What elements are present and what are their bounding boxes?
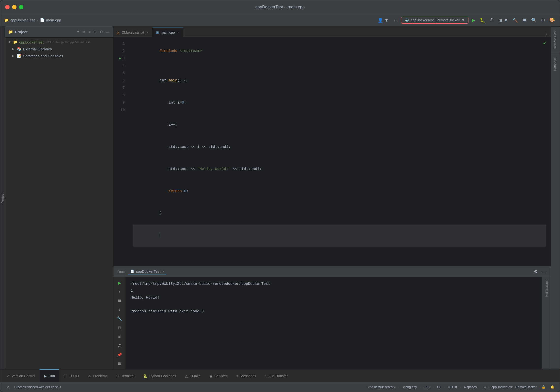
editor-area: △ CMakeLists.txt × ⊞ main.cpp × ⋮ 1 [113, 26, 551, 369]
remote-host-tab[interactable]: Remote Host [551, 26, 560, 53]
run-button[interactable]: ▶ [471, 16, 476, 24]
window-title: cppDockerTest – main.cpp [255, 5, 305, 10]
tab-file-transfer[interactable]: ↕ File Transfer [261, 369, 292, 382]
back-button[interactable]: ← [392, 16, 399, 24]
sidebar-expand-button[interactable]: ⊞ [93, 29, 97, 35]
run-grid-button[interactable]: ⊞ [115, 333, 124, 341]
settings-button[interactable]: ⚙ [540, 16, 546, 24]
close-tab-cmake[interactable]: × [146, 30, 149, 35]
breadcrumb-bar: 📁 cppDockerTest › 📄 main.cpp 👤 ▼ ← 🐳 cpp… [0, 14, 560, 26]
breadcrumb-project[interactable]: 📁 cppDockerTest [4, 18, 35, 22]
tab-terminal[interactable]: ⊟ Terminal [112, 369, 139, 382]
status-clang[interactable]: .clang-tidy [400, 382, 419, 392]
tab-label-cmake: CMakeLists.txt [122, 30, 144, 34]
console-line-hello: Hello, World! [131, 294, 537, 301]
folder-icon: 📁 [4, 18, 9, 22]
search-button[interactable]: 🔍 [530, 16, 538, 24]
run-play-button[interactable]: ▶ [115, 279, 124, 287]
run-print-button[interactable]: 🖨 [115, 342, 124, 349]
profile-button[interactable]: ◑ ▼ [498, 16, 509, 24]
code-line-7: std::cout << "Hello, World!" << std::end… [133, 158, 546, 180]
tree-item-scratches[interactable]: ▶ 📝 Scratches and Consoles [5, 52, 113, 59]
status-sep-1: · [398, 385, 399, 389]
tab-services[interactable]: ◉ Services [205, 369, 232, 382]
run-pin-button[interactable]: 📌 [115, 351, 124, 359]
cmake-helper-button[interactable]: 🎨 [548, 16, 556, 24]
tab-python-packages[interactable]: 🐍 Python Packages [139, 369, 181, 382]
console-line-1: 1 [131, 287, 537, 294]
project-sidebar: 📁 Project ▼ ⊕ ≡ ⊞ ⚙ — ▼ 📁 cppDockerTest [5, 26, 113, 369]
code-line-9: } [133, 202, 546, 225]
sidebar-settings-button[interactable]: ⚙ [99, 29, 104, 35]
run-panel-actions: ⚙ — [533, 268, 547, 275]
console-line-process: Process finished with exit code 0 [131, 308, 537, 315]
run-arrow-icon[interactable]: ▶ [119, 55, 121, 62]
status-context[interactable]: C++: cppDockerTest | RemoteDocker [481, 382, 539, 392]
tab-cmake[interactable]: △ CMake [181, 369, 205, 382]
line-num-10: 10 [113, 106, 128, 114]
tab-label-services: Services [214, 374, 228, 378]
build-button[interactable]: 🔨 [512, 16, 519, 24]
run-scroll-down[interactable]: ↓ [115, 306, 124, 313]
status-git[interactable]: ⎇ [3, 382, 12, 392]
sidebar-hide-button[interactable]: — [105, 29, 110, 35]
tree-item-external-libraries[interactable]: ▶ 📚 External Libraries [5, 45, 113, 52]
run-panel-close-button[interactable]: — [541, 268, 547, 275]
status-notifications-icon[interactable]: 🔔 [548, 382, 557, 392]
sidebar-header: 📁 Project ▼ ⊕ ≡ ⊞ ⚙ — [5, 26, 113, 38]
console-line-empty [131, 301, 537, 308]
run-layout-button[interactable]: ⊟ [115, 324, 124, 332]
sidebar-dropdown-arrow[interactable]: ▼ [77, 30, 79, 34]
toolbar-right: 👤 ▼ ← 🐳 cppDockerTest | RemoteDocker ▼ ▶… [377, 16, 556, 24]
tab-run[interactable]: ▶ Run [40, 369, 60, 382]
notifications-tab[interactable]: Notifications [544, 277, 550, 300]
run-config-button[interactable]: 🐳 cppDockerTest | RemoteDocker ▼ [401, 17, 468, 24]
run-tab-close[interactable]: × [162, 270, 164, 273]
line-numbers: 1 2 ▶ 3 4 5 6 7 8 9 10 [113, 37, 128, 266]
python-icon: 🐍 [143, 374, 147, 378]
run-wrench-button[interactable]: 🔧 [115, 315, 124, 322]
run-stop-button[interactable]: ⏹ [115, 297, 124, 304]
run-console[interactable]: /root/tmp/tmp.WwblSylZtl/cmake-build-rem… [126, 277, 542, 369]
close-button[interactable] [5, 5, 10, 9]
tab-cmakelists[interactable]: △ CMakeLists.txt × [113, 28, 153, 37]
status-sep-3: · [433, 385, 434, 389]
more-tabs-icon: ⋮ [544, 32, 548, 37]
tab-todo[interactable]: ☰ TODO [59, 369, 83, 382]
run-panel: Run: 📄 cppDockerTest × ⚙ — ▶ ↑ [113, 266, 551, 369]
tab-bar-actions[interactable]: ⋮ [542, 32, 551, 37]
status-server[interactable]: <no default server> [365, 382, 398, 392]
breadcrumb-file[interactable]: 📄 main.cpp [40, 18, 61, 22]
services-icon: ◉ [209, 374, 212, 378]
sidebar-locate-button[interactable]: ⊕ [81, 29, 86, 35]
run-trash-button[interactable]: 🗑 [115, 360, 124, 367]
status-encoding[interactable]: UTF-8 [445, 382, 459, 392]
tab-version-control[interactable]: ⎇ Version Control [1, 369, 40, 382]
code-content[interactable]: #include <iostream> int main() { int i=0… [128, 37, 551, 266]
sidebar-collapse-button[interactable]: ≡ [88, 29, 91, 35]
database-tab[interactable]: Database [551, 53, 560, 75]
tab-maincpp[interactable]: ⊞ main.cpp × [153, 28, 183, 37]
todo-icon: ☰ [64, 374, 67, 378]
run-with-coverage-button[interactable]: ⏱ [489, 16, 495, 24]
run-tab-cppDockerTest[interactable]: 📄 cppDockerTest × [128, 269, 166, 274]
status-line-ending[interactable]: LF [435, 382, 443, 392]
run-scroll-up[interactable]: ↑ [115, 288, 124, 296]
minimize-button[interactable] [12, 5, 16, 9]
version-control-icon: ⎇ [6, 374, 10, 378]
tree-item-root[interactable]: ▼ 📁 cppDockerTest ~/CLionProjects/cppDoc… [5, 39, 113, 45]
tab-problems[interactable]: ⚠ Problems [83, 369, 112, 382]
code-editor[interactable]: 1 2 ▶ 3 4 5 6 7 8 9 10 #include < [113, 37, 551, 266]
project-panel-tab[interactable]: Project [0, 26, 5, 369]
debug-button[interactable]: 🐛 [479, 16, 486, 24]
stop-button[interactable]: ⏹ [521, 16, 528, 24]
person-icon-button[interactable]: 👤 ▼ [377, 16, 390, 24]
run-config-dropdown-icon: ▼ [461, 18, 465, 22]
run-panel-settings-button[interactable]: ⚙ [533, 268, 539, 275]
close-tab-main[interactable]: × [177, 30, 180, 35]
tab-messages[interactable]: ≡ Messages [232, 369, 261, 382]
chevron-right-icon: ▶ [12, 47, 16, 51]
status-indent[interactable]: 4 spaces [461, 382, 479, 392]
maximize-button[interactable] [19, 5, 23, 9]
status-position[interactable]: 10:1 [421, 382, 433, 392]
